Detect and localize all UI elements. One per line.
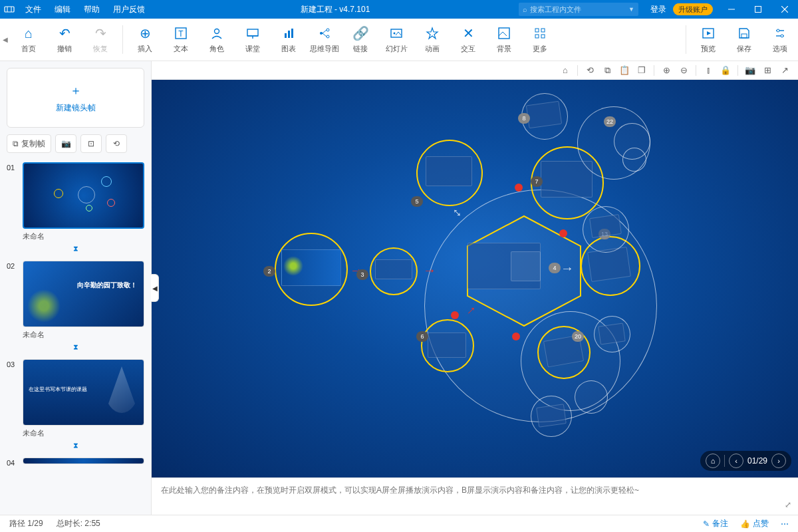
- layers-icon: ⊞: [764, 65, 771, 75]
- more-icon: ⋯: [781, 519, 789, 529]
- collapse-sidebar-button[interactable]: ◀: [151, 274, 159, 302]
- insert-button[interactable]: ⊕插入: [127, 19, 163, 61]
- camera-button[interactable]: 📷: [55, 134, 76, 153]
- login-link[interactable]: 登录: [644, 0, 673, 19]
- chevron-right-icon: ›: [777, 457, 780, 465]
- mindmap-button[interactable]: 思维导图: [307, 19, 342, 61]
- redo-button[interactable]: ↷恢复: [82, 19, 118, 61]
- chevron-down-icon[interactable]: ▼: [628, 6, 634, 13]
- more-button[interactable]: 更多: [522, 19, 558, 61]
- svg-point-9: [215, 29, 219, 34]
- menu-edit[interactable]: 编辑: [48, 0, 77, 19]
- snapshot-button[interactable]: 📷: [742, 63, 758, 78]
- menu-help[interactable]: 帮助: [77, 0, 106, 19]
- titlebar: 文件 编辑 帮助 用户反馈 新建工程 - v4.7.101 ⌕ ▼ 登录 升级账…: [0, 0, 798, 19]
- menu-feedback[interactable]: 用户反馈: [106, 0, 152, 19]
- pencil-icon: ✎: [703, 519, 710, 529]
- home-icon: ⌂: [563, 65, 568, 75]
- paste-icon: 📋: [619, 65, 630, 75]
- export-button[interactable]: ↗: [777, 63, 793, 78]
- maximize-button[interactable]: [745, 0, 771, 19]
- new-frame-button[interactable]: ＋ 新建镜头帧: [7, 68, 144, 128]
- chart-button[interactable]: 图表: [271, 19, 307, 61]
- toolbar-prev[interactable]: ◀: [0, 19, 11, 61]
- link-icon: 🔗: [352, 25, 369, 41]
- slide-thumb[interactable]: 在这里书写本节课的课题: [23, 359, 144, 426]
- slide-item-3[interactable]: 03 在这里书写本节课的课题 未命名 ⧗: [7, 359, 144, 450]
- slide-thumb[interactable]: 向辛勤的园丁致敬！: [23, 261, 144, 327]
- camera-icon: 📷: [61, 139, 71, 148]
- sidebar: ＋ 新建镜头帧 ⧉复制帧 📷 ⊡ ⟲ 01: [0, 61, 152, 515]
- slide-item-2[interactable]: 02 向辛勤的园丁致敬！ 未命名 ⧗: [7, 261, 144, 351]
- lock-icon: 🔒: [720, 65, 731, 75]
- paste-button[interactable]: 📋: [616, 63, 632, 78]
- status-more-button[interactable]: ⋯: [781, 518, 789, 529]
- canvas-toolbar: ⌂ ⟲ ⧉ 📋 ❐ ⊕ ⊖ ⫿ 🔒 📷 ⊞ ↗: [152, 61, 798, 80]
- link-button[interactable]: 🔗链接: [342, 19, 378, 61]
- svg-line-19: [323, 30, 327, 33]
- svg-point-18: [327, 35, 329, 38]
- copy-frame-button[interactable]: ⧉复制帧: [7, 134, 51, 153]
- interact-button[interactable]: ✕交互: [450, 19, 486, 61]
- copy-icon: ⧉: [13, 139, 19, 148]
- upgrade-button[interactable]: 升级账户: [673, 3, 713, 15]
- rotate-left-button[interactable]: ⟲: [582, 63, 598, 78]
- copy-button[interactable]: ⧉: [599, 63, 615, 78]
- status-path: 路径 1/29: [9, 518, 43, 529]
- scan-button[interactable]: ⊡: [80, 134, 102, 153]
- nav-next-button[interactable]: ›: [771, 454, 786, 468]
- home-icon: ⌂: [711, 457, 716, 465]
- nav-home-button[interactable]: ⌂: [706, 454, 720, 468]
- undo-button[interactable]: ↶撤销: [47, 19, 82, 61]
- menu-file[interactable]: 文件: [19, 0, 48, 19]
- nav-prev-button[interactable]: ‹: [729, 454, 743, 468]
- home-button[interactable]: ⌂首页: [11, 19, 47, 61]
- anim-button[interactable]: 动画: [414, 19, 450, 61]
- status-like-button[interactable]: 👍点赞: [740, 518, 769, 529]
- zoom-in-button[interactable]: ⊕: [658, 63, 674, 78]
- refresh-icon: ⟲: [113, 139, 120, 148]
- hourglass-icon: ⧗: [7, 243, 144, 253]
- text-button[interactable]: T文本: [163, 19, 199, 61]
- close-button[interactable]: [771, 0, 798, 19]
- notes-input[interactable]: [161, 485, 757, 508]
- options-button[interactable]: 选项: [762, 19, 798, 61]
- svg-point-16: [320, 32, 323, 35]
- sliders-icon: [773, 25, 787, 41]
- role-button[interactable]: 角色: [199, 19, 235, 61]
- slide-button[interactable]: 幻灯片: [378, 19, 414, 61]
- expand-notes-button[interactable]: ⤢: [785, 500, 791, 509]
- stack-button[interactable]: ❐: [634, 63, 650, 78]
- window-title: 新建工程 - v4.7.101: [152, 4, 519, 15]
- status-notes-button[interactable]: ✎备注: [703, 518, 728, 529]
- svg-rect-21: [391, 29, 402, 37]
- slide-thumb[interactable]: [23, 458, 144, 464]
- zoom-out-button[interactable]: ⊖: [676, 63, 692, 78]
- save-button[interactable]: 保存: [726, 19, 762, 61]
- slide-name: 未命名: [7, 426, 144, 440]
- bg-button[interactable]: 背景: [486, 19, 522, 61]
- canvas[interactable]: 2 → 3 → 5 ↔ 7 8 22: [152, 80, 798, 477]
- refresh-button[interactable]: ⟲: [106, 134, 127, 153]
- svg-line-20: [323, 33, 327, 37]
- svg-rect-27: [541, 35, 545, 38]
- slide-item-1[interactable]: 01 未命名 ⧗: [7, 162, 144, 253]
- mindmap-icon: [318, 25, 331, 41]
- search-box[interactable]: ⌕ ▼: [519, 3, 638, 16]
- zoom-in-icon: ⊕: [663, 65, 670, 75]
- zoom-out-icon: ⊖: [680, 65, 688, 75]
- class-button[interactable]: 课堂: [235, 19, 271, 61]
- svg-point-33: [781, 35, 783, 37]
- rotate-left-icon: ⟲: [587, 65, 594, 75]
- slide-item-4[interactable]: 04: [7, 458, 144, 467]
- slide-thumb[interactable]: [23, 162, 144, 229]
- play-icon: [702, 25, 715, 41]
- minimize-button[interactable]: [718, 0, 745, 19]
- search-input[interactable]: [530, 5, 628, 13]
- preview-button[interactable]: 预览: [690, 19, 726, 61]
- lock-button[interactable]: 🔒: [718, 63, 733, 78]
- layers-button[interactable]: ⊞: [759, 63, 775, 78]
- scan-icon: ⊡: [88, 139, 94, 148]
- align-button[interactable]: ⫿: [700, 63, 716, 78]
- canvas-home-button[interactable]: ⌂: [557, 63, 573, 78]
